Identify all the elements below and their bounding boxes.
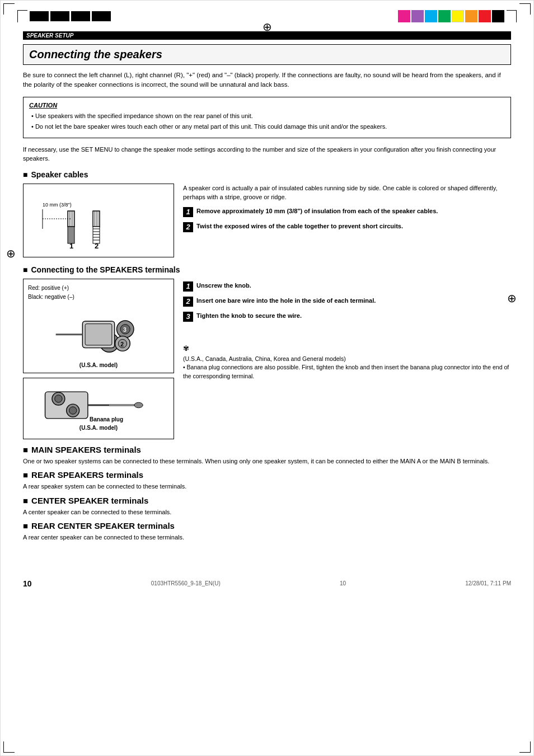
section-label: SPEAKER SETUP <box>26 32 73 39</box>
caution-box: CAUTION • Use speakers with the specifie… <box>23 97 511 138</box>
black-bar-2 <box>50 11 69 21</box>
cable-step-text-1: Remove approximately 10 mm (3/8") of ins… <box>196 206 438 216</box>
svg-text:1: 1 <box>69 242 73 250</box>
main-speakers-body: One or two speaker systems can be connec… <box>23 457 511 466</box>
color-bar-orange <box>465 10 477 22</box>
terminal-step-num-2: 2 <box>183 297 193 307</box>
cable-diagram-col: 10 mm (3/8") 1 <box>23 184 174 257</box>
page-title: Connecting the speakers <box>23 44 511 65</box>
svg-rect-7 <box>68 227 74 243</box>
cable-diagram: 10 mm (3/8") 1 <box>23 184 174 257</box>
page-content: SPEAKER SETUP Connecting the speakers Be… <box>1 31 533 564</box>
svg-text:2: 2 <box>95 242 99 250</box>
terminals-layout: Red: positive (+) Black: negative (–) 1 … <box>23 279 511 439</box>
footer-right-info: 12/28/01, 7:11 PM <box>465 580 511 586</box>
terminal-step-strong-2: Insert one bare wire into the hole in th… <box>196 297 376 304</box>
corner-mark-bl <box>3 741 15 753</box>
rear-speakers-heading: REAR SPEAKERS terminals <box>23 470 511 480</box>
center-crosshair: ⊕ <box>263 20 272 34</box>
caution-item-1: • Use speakers with the specified impeda… <box>29 111 505 121</box>
main-speakers-heading: MAIN SPEAKERS terminals <box>23 445 511 454</box>
terminal-label-black-text: Black: negative (–) <box>28 294 74 300</box>
usa-label-top: (U.S.A. model) <box>28 362 169 368</box>
svg-text:10 mm (3/8"): 10 mm (3/8") <box>43 202 72 208</box>
terminal-step-strong-1: Unscrew the knob. <box>196 282 251 289</box>
reg-corner-topleft <box>17 10 27 22</box>
caution-item-2: • Do not let the bare speaker wires touc… <box>29 122 505 132</box>
black-bar-3 <box>71 11 90 21</box>
caution-title: CAUTION <box>29 102 505 109</box>
cable-step-strong-1: Remove approximately 10 mm (3/8") of ins… <box>196 208 438 214</box>
svg-point-34 <box>55 395 62 402</box>
terminal-step-text-2: Insert one bare wire into the hole in th… <box>196 296 376 306</box>
page-number: 10 <box>23 579 32 588</box>
svg-text:2: 2 <box>120 340 124 347</box>
speaker-cables-layout: 10 mm (3/8") 1 <box>23 184 511 257</box>
corner-mark-br <box>519 741 531 753</box>
tip-icon: ✾ <box>183 344 511 353</box>
terminals-heading: Connecting to the SPEAKERS terminals <box>23 265 511 274</box>
footer-left-info: 0103HTR5560_9-18_EN(U) <box>151 580 221 586</box>
corner-mark-tl <box>3 3 15 15</box>
svg-rect-32 <box>45 392 88 419</box>
terminal-step-num-1: 1 <box>183 281 193 292</box>
color-bar-black <box>492 10 504 22</box>
terminal-top-box: Red: positive (+) Black: negative (–) 1 … <box>23 279 174 373</box>
terminal-step-1: 1 Unscrew the knob. <box>183 281 511 292</box>
svg-point-36 <box>69 406 77 414</box>
color-bar-magenta <box>398 10 410 22</box>
terminal-step-3: 3 Tighten the knob to secure the wire. <box>183 311 511 322</box>
black-bar-1 <box>30 11 49 21</box>
intro-text: Be sure to connect the left channel (L),… <box>23 71 511 90</box>
caution-bullet-2: • <box>31 123 35 130</box>
left-crosshair: ⊕ <box>6 247 16 260</box>
rear-speakers-section: REAR SPEAKERS terminals A rear speaker s… <box>23 470 511 491</box>
cable-step-2: 2 Twist the exposed wires of the cable t… <box>183 222 511 232</box>
terminal-diagrams-col: Red: positive (+) Black: negative (–) 1 … <box>23 279 174 439</box>
cable-step-text-2: Twist the exposed wires of the cable tog… <box>196 222 403 231</box>
cable-step-num-2: 2 <box>183 222 193 232</box>
svg-text:3: 3 <box>123 326 127 333</box>
rear-center-speaker-body: A rear center speaker can be connected t… <box>23 533 511 542</box>
cable-step-strong-2: Twist the exposed wires of the cable tog… <box>196 223 403 229</box>
cable-description-col: A speaker cord is actually a pair of ins… <box>183 184 511 257</box>
set-menu-text: If necessary, use the SET MENU to change… <box>23 145 511 163</box>
cable-svg: 10 mm (3/8") 1 <box>37 190 160 251</box>
rear-center-speaker-heading: REAR CENTER SPEAKER terminals <box>23 521 511 530</box>
color-bar-purple <box>411 10 424 22</box>
color-bar-cyan <box>425 10 437 22</box>
terminal-step-text-3: Tighten the knob to secure the wire. <box>196 311 302 321</box>
terminal-label-red: Red: positive (+) Black: negative (–) <box>28 284 169 302</box>
cable-step-num-1: 1 <box>183 207 193 217</box>
banana-plug-label-container: Banana plug <box>28 416 169 422</box>
page-footer: 10 0103HTR5560_9-18_EN(U) 10 12/28/01, 7… <box>1 575 533 593</box>
terminal-label-red-text: Red: positive (+) <box>28 285 69 291</box>
cable-step-1: 1 Remove approximately 10 mm (3/8") of i… <box>183 206 511 217</box>
right-crosshair: ⊕ <box>507 292 517 305</box>
center-speaker-section: CENTER SPEAKER terminals A center speake… <box>23 496 511 517</box>
caution-text-1: Use speakers with the specified impedanc… <box>35 112 253 119</box>
caution-bullet-1: • <box>31 112 35 119</box>
corner-mark-tr <box>519 3 531 15</box>
terminal-step-text-1: Unscrew the knob. <box>196 281 251 290</box>
center-speaker-heading: CENTER SPEAKER terminals <box>23 496 511 505</box>
terminal-step-strong-3: Tighten the knob to secure the wire. <box>196 312 302 319</box>
terminal-steps-col: 1 Unscrew the knob. 2 Insert one bare wi… <box>183 279 511 439</box>
center-speaker-body: A center speaker can be connected to the… <box>23 508 511 517</box>
color-bar-green <box>438 10 451 22</box>
color-bar-yellow <box>452 10 464 22</box>
tip-text: (U.S.A., Canada, Australia, China, Korea… <box>183 355 511 381</box>
svg-point-38 <box>134 402 143 408</box>
terminal-svg: 1 3 2 <box>40 304 157 360</box>
tip-section: ✾ (U.S.A., Canada, Australia, China, Kor… <box>183 344 511 381</box>
footer-center-info: 10 <box>340 580 346 586</box>
terminal-step-num-3: 3 <box>183 312 193 322</box>
caution-text-2: Do not let the bare speaker wires touch … <box>35 123 387 130</box>
usa-label-bottom: (U.S.A. model) <box>28 425 169 431</box>
black-bar-4 <box>92 11 111 21</box>
color-bar-red <box>479 10 491 22</box>
reg-corner-topright <box>507 10 517 22</box>
terminal-bottom-box: Banana plug (U.S.A. model) <box>23 378 174 439</box>
top-bar: ⊕ <box>1 1 533 31</box>
main-speakers-section: MAIN SPEAKERS terminals One or two speak… <box>23 445 511 466</box>
